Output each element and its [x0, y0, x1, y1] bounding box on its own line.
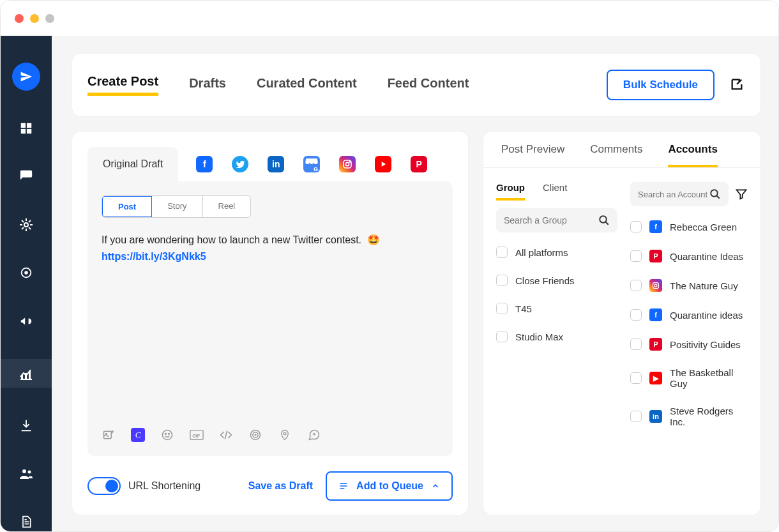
- window-maximize-dot[interactable]: [45, 14, 54, 23]
- queue-icon: [338, 481, 349, 491]
- draft-body: Post Story Reel If you are wondering how…: [87, 181, 453, 456]
- window-minimize-dot[interactable]: [30, 14, 39, 23]
- bullseye-icon: [249, 429, 262, 441]
- account-item[interactable]: The Nature Guy: [630, 277, 748, 294]
- subtab-story[interactable]: Story: [152, 196, 202, 217]
- linkedin-icon[interactable]: in: [268, 156, 284, 172]
- tab-curated-content[interactable]: Curated Content: [257, 76, 357, 95]
- tab-accounts[interactable]: Accounts: [668, 143, 717, 167]
- group-item[interactable]: T45: [496, 300, 617, 317]
- nav-team[interactable]: [12, 463, 40, 485]
- search-group-input[interactable]: Search a Group: [496, 208, 617, 232]
- canva-tool[interactable]: C: [131, 428, 145, 442]
- account-name: Quarantine Ideas: [670, 251, 743, 262]
- account-item[interactable]: ▶The Basketball Guy: [630, 365, 748, 391]
- tab-drafts[interactable]: Drafts: [189, 76, 226, 95]
- nav-analytics[interactable]: [1, 359, 52, 388]
- emoji-tool[interactable]: [160, 428, 174, 442]
- canva-icon: C: [135, 430, 141, 440]
- group-item[interactable]: All platforms: [496, 244, 617, 261]
- save-as-draft-button[interactable]: Save as Draft: [248, 480, 313, 492]
- group-label: All platforms: [515, 247, 568, 258]
- search-account-input[interactable]: Search an Account: [630, 182, 729, 206]
- location-tool[interactable]: [278, 428, 292, 442]
- checkbox[interactable]: [630, 221, 642, 232]
- map-pin-icon: [279, 429, 291, 441]
- side-panel: Post Preview Comments Accounts Group Cli…: [483, 132, 760, 515]
- youtube-icon[interactable]: [375, 156, 391, 172]
- svg-point-18: [22, 469, 26, 473]
- checkbox[interactable]: [630, 338, 642, 350]
- checkbox[interactable]: [630, 309, 642, 321]
- group-item[interactable]: Studio Max: [496, 328, 617, 345]
- nav-campaigns[interactable]: [12, 310, 40, 332]
- filter-icon: [735, 188, 748, 201]
- account-item[interactable]: fQuarantine ideas: [630, 306, 748, 324]
- linkedin-icon: in: [649, 410, 662, 423]
- checkbox[interactable]: [630, 250, 642, 262]
- google-business-icon[interactable]: G: [303, 156, 320, 172]
- nav-launch[interactable]: [12, 63, 40, 91]
- youtube-icon: ▶: [649, 372, 662, 384]
- group-item[interactable]: Close Friends: [496, 272, 617, 289]
- nav-downloads[interactable]: [12, 414, 40, 436]
- subtab-reel[interactable]: Reel: [203, 196, 251, 217]
- svg-point-25: [106, 434, 107, 435]
- nav-dashboard[interactable]: [12, 118, 40, 139]
- svg-rect-17: [29, 371, 31, 379]
- svg-line-9: [22, 220, 24, 222]
- svg-point-38: [654, 284, 657, 287]
- checkbox[interactable]: [630, 411, 642, 422]
- checkbox[interactable]: [630, 372, 642, 384]
- checkbox[interactable]: [496, 247, 508, 258]
- svg-rect-2: [21, 129, 26, 133]
- twitter-icon[interactable]: [232, 156, 248, 172]
- window-close-dot[interactable]: [15, 14, 24, 23]
- tab-original-draft[interactable]: Original Draft: [87, 147, 178, 181]
- comment-add-icon: [308, 429, 321, 441]
- groups-panel: Group Client Search a Group All platform…: [496, 182, 617, 501]
- subtab-post[interactable]: Post: [102, 195, 153, 218]
- facebook-icon: f: [649, 220, 662, 233]
- account-item[interactable]: inSteve Rodgers Inc.: [630, 403, 748, 430]
- account-name: The Basketball Guy: [670, 367, 748, 389]
- checkbox[interactable]: [496, 303, 508, 314]
- tab-group[interactable]: Group: [496, 182, 525, 201]
- compose-icon-button[interactable]: [730, 77, 745, 93]
- media-tool[interactable]: [102, 428, 116, 442]
- chart-icon: [19, 366, 34, 381]
- nav-documents[interactable]: [12, 511, 40, 532]
- svg-text:G: G: [314, 166, 319, 172]
- account-item[interactable]: fRebecca Green: [630, 218, 748, 236]
- megaphone-icon: [19, 314, 33, 328]
- gif-tool[interactable]: GIF: [190, 428, 204, 442]
- account-item[interactable]: PQuarantine Ideas: [630, 247, 748, 265]
- checkbox[interactable]: [496, 275, 508, 286]
- pinterest-icon[interactable]: P: [411, 156, 427, 172]
- nav-messages[interactable]: [12, 166, 40, 188]
- comment-tool[interactable]: [307, 428, 321, 442]
- bulk-schedule-button[interactable]: Bulk Schedule: [607, 70, 715, 100]
- tab-comments[interactable]: Comments: [590, 143, 642, 167]
- tab-post-preview[interactable]: Post Preview: [501, 143, 564, 167]
- checkbox[interactable]: [496, 331, 508, 342]
- tab-client[interactable]: Client: [543, 182, 567, 201]
- tab-create-post[interactable]: Create Post: [87, 74, 158, 96]
- pinterest-icon: P: [649, 250, 662, 262]
- nav-network[interactable]: [12, 214, 40, 236]
- network-icon: [19, 217, 34, 232]
- account-item[interactable]: PPositivity Guides: [630, 335, 748, 353]
- draft-editor[interactable]: If you are wondering how to launch a new…: [102, 232, 439, 264]
- checkbox[interactable]: [630, 280, 642, 291]
- tab-feed-content[interactable]: Feed Content: [388, 76, 469, 95]
- code-tool[interactable]: [219, 428, 233, 442]
- nav-target[interactable]: [12, 262, 40, 284]
- url-shortening-toggle[interactable]: [87, 477, 121, 495]
- filter-button[interactable]: [735, 188, 748, 201]
- target-tool[interactable]: [248, 428, 262, 442]
- add-to-queue-button[interactable]: Add to Queue: [326, 471, 453, 501]
- instagram-icon[interactable]: [339, 156, 356, 172]
- facebook-icon[interactable]: f: [196, 156, 213, 172]
- draft-link[interactable]: https://bit.ly/3KgNkk5: [102, 251, 206, 262]
- svg-rect-0: [21, 123, 26, 128]
